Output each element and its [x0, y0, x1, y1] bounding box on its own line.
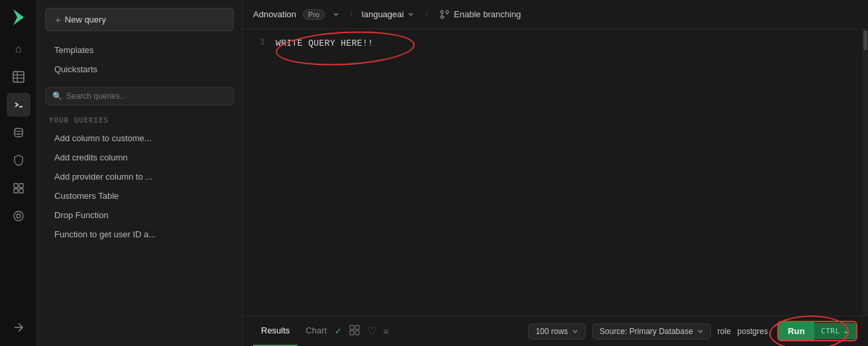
- svg-point-14: [446, 11, 449, 13]
- grid-icon[interactable]: [349, 324, 360, 336]
- run-button[interactable]: Run CTRL ↵: [777, 321, 857, 341]
- nav-integrations[interactable]: [7, 316, 30, 339]
- source-chevron-icon: [697, 328, 704, 335]
- branch-icon: [439, 9, 450, 20]
- branch-name: languageai: [362, 9, 404, 19]
- sidebar-item-templates[interactable]: Templates: [42, 40, 237, 60]
- role-value: postgres: [737, 327, 768, 336]
- editor-code-1: WRITE QUERY HERE!!: [276, 37, 373, 48]
- editor-line-1: 1 WRITE QUERY HERE!!: [243, 37, 868, 48]
- svg-rect-1: [13, 72, 24, 82]
- rows-selector[interactable]: 100 rows: [528, 323, 586, 339]
- main-content: Adnovation Pro / languageai / Enable bra…: [243, 0, 868, 346]
- icon-bar: ⌂: [0, 0, 37, 346]
- search-input[interactable]: [66, 91, 227, 101]
- enable-branching-label: Enable branching: [454, 9, 521, 19]
- nav-table[interactable]: [7, 65, 30, 89]
- new-query-button[interactable]: + New query: [45, 8, 234, 31]
- query-item-3[interactable]: Customers Table: [42, 186, 237, 205]
- rows-chevron-icon: [572, 328, 578, 335]
- run-shortcut-label[interactable]: CTRL ↵: [814, 323, 856, 339]
- project-name: Adnovation: [253, 9, 296, 19]
- svg-rect-16: [350, 325, 354, 329]
- branch-selector[interactable]: languageai: [362, 9, 416, 19]
- check-icon: ✓: [335, 326, 342, 336]
- chart-tab-label: Chart: [305, 325, 327, 335]
- tab-chart[interactable]: Chart: [298, 316, 335, 346]
- scrollbar-thumb[interactable]: [863, 30, 867, 50]
- app-logo: [8, 7, 29, 28]
- pro-badge: Pro: [303, 9, 325, 20]
- svg-rect-7: [14, 184, 18, 188]
- query-annotation-circle: [275, 29, 415, 68]
- query-item-4[interactable]: Drop Function: [42, 205, 237, 225]
- svg-rect-17: [355, 325, 359, 329]
- query-item-0[interactable]: Add column to custome...: [42, 129, 237, 148]
- svg-point-11: [14, 211, 23, 221]
- run-button-wrapper: Run CTRL ↵: [777, 321, 857, 341]
- svg-marker-0: [13, 9, 24, 25]
- separator-2: /: [425, 9, 427, 19]
- rows-label: 100 rows: [535, 327, 568, 336]
- svg-rect-19: [355, 331, 359, 335]
- svg-point-13: [441, 11, 443, 13]
- tab-results[interactable]: Results: [253, 316, 298, 346]
- nav-database[interactable]: [7, 121, 30, 144]
- editor-scrollbar[interactable]: [863, 29, 868, 316]
- separator-1: /: [350, 9, 353, 19]
- query-item-5[interactable]: Function to get user ID a...: [42, 225, 237, 244]
- svg-rect-9: [14, 189, 18, 193]
- role-prefix: role: [718, 327, 731, 336]
- run-button-label[interactable]: Run: [779, 322, 814, 340]
- svg-point-6: [15, 129, 23, 132]
- enable-branching-button[interactable]: Enable branching: [439, 9, 521, 20]
- project-chevron-icon[interactable]: [331, 10, 341, 19]
- branch-chevron-icon: [406, 10, 415, 19]
- nav-editor[interactable]: [7, 93, 30, 117]
- source-label: Source: Primary Database: [600, 327, 693, 336]
- results-tab-label: Results: [261, 325, 290, 335]
- search-icon: 🔍: [52, 91, 62, 101]
- menu-icon[interactable]: ≡: [383, 327, 388, 336]
- bottom-bar: Results Chart ✓ ♡ ≡ 100 rows Source: Pri…: [243, 316, 868, 346]
- nav-storage[interactable]: [7, 176, 30, 200]
- query-item-2[interactable]: Add provider column to ...: [42, 167, 237, 186]
- new-query-label: New query: [65, 15, 106, 25]
- editor-area[interactable]: 1 WRITE QUERY HERE!!: [243, 29, 868, 316]
- sidebar-item-quickstarts[interactable]: Quickstarts: [42, 60, 237, 79]
- nav-security[interactable]: [7, 148, 30, 172]
- nav-home[interactable]: ⌂: [7, 37, 30, 61]
- heart-icon[interactable]: ♡: [367, 325, 376, 337]
- svg-rect-8: [19, 184, 23, 188]
- search-box: 🔍: [45, 87, 234, 105]
- sidebar: + New query Templates Quickstarts 🔍 YOUR…: [37, 0, 243, 346]
- query-item-1[interactable]: Add credits column: [42, 148, 237, 167]
- nav-monitoring[interactable]: [7, 204, 30, 228]
- source-selector[interactable]: Source: Primary Database: [592, 323, 711, 339]
- line-number-1: 1: [243, 37, 276, 47]
- plus-icon: +: [55, 14, 61, 25]
- svg-point-12: [17, 214, 21, 218]
- queries-section-label: YOUR QUERIES: [37, 112, 242, 129]
- svg-rect-18: [350, 331, 354, 335]
- svg-rect-10: [19, 189, 23, 193]
- top-bar: Adnovation Pro / languageai / Enable bra…: [243, 0, 868, 29]
- role-info: role postgres: [718, 327, 768, 336]
